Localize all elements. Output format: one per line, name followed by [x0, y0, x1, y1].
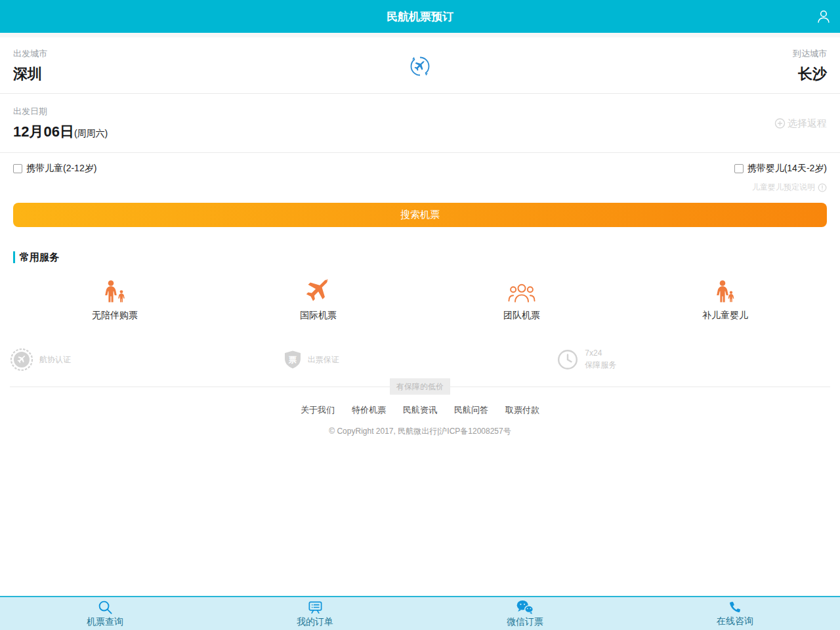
- page-footer: 关于我们 特价机票 民航资讯 民航问答 取票付款 © CopyRight 201…: [0, 404, 840, 437]
- child-checkbox-label: 携带儿童(2-12岁): [26, 163, 96, 175]
- child-checkbox[interactable]: [13, 164, 22, 173]
- departure-city-field[interactable]: 出发城市 深圳: [13, 48, 47, 84]
- swap-cities-button[interactable]: [407, 53, 433, 82]
- departure-date-label: 出发日期: [13, 106, 827, 117]
- footer-link-payment[interactable]: 取票付款: [505, 404, 539, 416]
- departure-city-value: 深圳: [13, 64, 47, 84]
- seal-plane-icon: [10, 348, 33, 371]
- flight-booking-page: 民航机票预订 出发城市 深圳 到达城市 长沙: [0, 0, 840, 630]
- airplane-icon: [306, 279, 331, 304]
- adult-child-icon: [101, 279, 129, 304]
- common-services-title: 常用服务: [13, 251, 840, 263]
- choose-return-button[interactable]: 选择返程: [774, 117, 827, 129]
- service-grid: 无陪伴购票 国际机票 团队机票: [0, 279, 840, 322]
- copyright-text: © CopyRight 2017, 民航微出行|沪ICP备12008257号: [0, 426, 840, 437]
- nav-item-online-consult[interactable]: 在线咨询: [630, 597, 840, 630]
- child-checkbox-field[interactable]: 携带儿童(2-12岁): [13, 163, 96, 175]
- departure-date-field[interactable]: 出发日期 12月06日(周周六): [13, 106, 827, 142]
- badge-airline-certified: 航协认证: [10, 348, 284, 371]
- page-title: 民航机票预订: [387, 9, 453, 24]
- swap-plane-icon: [407, 53, 433, 79]
- infant-checkbox[interactable]: [734, 164, 744, 173]
- city-selector-row: 出发城市 深圳 到达城市 长沙: [0, 37, 840, 94]
- low-price-divider: 有保障的低价: [0, 379, 840, 394]
- badge-ticket-guarantee: 票 出票保证: [284, 348, 557, 371]
- service-international-ticket[interactable]: 国际机票: [217, 279, 420, 322]
- passenger-options-row: 携带儿童(2-12岁) 携带婴儿(14天-2岁) 儿童婴儿预定说明: [0, 153, 840, 194]
- user-icon: [815, 8, 832, 25]
- order-list-icon: [307, 599, 324, 616]
- app-header: 民航机票预订: [0, 0, 840, 33]
- wechat-icon: [516, 599, 534, 616]
- footer-links: 关于我们 特价机票 民航资讯 民航问答 取票付款: [0, 404, 840, 416]
- phone-icon: [728, 600, 743, 615]
- footer-link-special-fares[interactable]: 特价机票: [352, 404, 386, 416]
- nav-item-wechat-booking[interactable]: 微信订票: [420, 597, 630, 630]
- low-price-label: 有保障的低价: [390, 379, 450, 395]
- departure-date-weekday: (周周六): [74, 128, 108, 138]
- info-circle-icon: [818, 183, 827, 192]
- shield-ticket-icon: 票: [284, 350, 302, 369]
- clock-icon: [556, 348, 579, 371]
- departure-date-value: 12月06日(周周六): [13, 122, 827, 142]
- arrival-city-field[interactable]: 到达城市 长沙: [793, 48, 827, 84]
- footer-link-about[interactable]: 关于我们: [301, 404, 335, 416]
- departure-city-label: 出发城市: [13, 48, 47, 60]
- choose-return-label: 选择返程: [788, 117, 827, 129]
- badge-7x24-service: 7x24 保障服务: [556, 348, 830, 371]
- infant-checkbox-label: 携带婴儿(14天-2岁): [747, 163, 827, 175]
- service-unaccompanied-ticket[interactable]: 无陪伴购票: [13, 279, 217, 322]
- guarantee-badges-row: 航协认证 票 出票保证 7x24 保障服务: [0, 348, 840, 371]
- common-services-section: 常用服务 无陪伴购票 国际机票: [0, 251, 840, 322]
- footer-link-news[interactable]: 民航资讯: [403, 404, 437, 416]
- arrival-city-value: 长沙: [793, 64, 827, 84]
- footer-link-qa[interactable]: 民航问答: [454, 404, 488, 416]
- arrival-city-label: 到达城市: [793, 48, 827, 60]
- search-flights-button[interactable]: 搜索机票: [13, 203, 827, 227]
- plus-circle-icon: [774, 117, 786, 129]
- nav-item-flight-search[interactable]: 机票查询: [0, 597, 210, 630]
- parent-child-icon: [713, 279, 737, 304]
- nav-item-my-orders[interactable]: 我的订单: [210, 597, 420, 630]
- group-icon: [508, 279, 536, 304]
- search-icon: [97, 599, 114, 616]
- bottom-navigation: 机票查询 我的订单 微信订票: [0, 596, 840, 630]
- child-infant-booking-note[interactable]: 儿童婴儿预定说明: [752, 182, 827, 193]
- infant-options: 携带婴儿(14天-2岁) 儿童婴儿预定说明: [734, 163, 827, 193]
- svg-text:票: 票: [288, 355, 297, 364]
- service-group-ticket[interactable]: 团队机票: [420, 279, 623, 322]
- date-selector-row: 出发日期 12月06日(周周六) 选择返程: [0, 94, 840, 153]
- infant-checkbox-field[interactable]: 携带婴儿(14天-2岁): [734, 163, 827, 175]
- service-add-child-infant[interactable]: 补儿童婴儿: [623, 279, 827, 322]
- user-account-button[interactable]: [814, 7, 833, 26]
- header-gap: [0, 33, 840, 37]
